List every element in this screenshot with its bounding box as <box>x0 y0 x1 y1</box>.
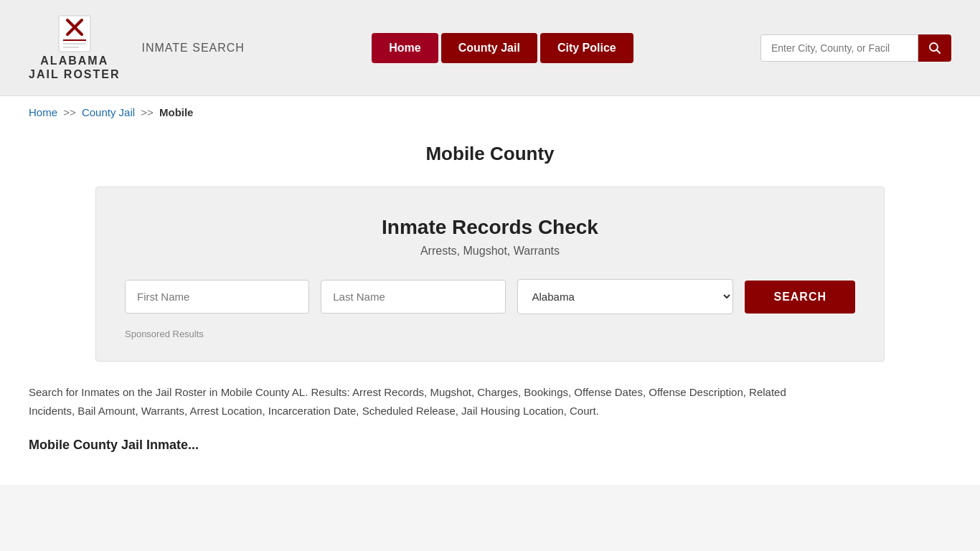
breadcrumb-current: Mobile <box>159 106 194 118</box>
inmate-records-subtitle: Arrests, Mugshot, Warrants <box>125 245 855 258</box>
main-content: Mobile County Inmate Records Check Arres… <box>0 128 980 485</box>
breadcrumb-home-link[interactable]: Home <box>29 106 57 118</box>
logo-text-alabama: ALABAMA <box>40 54 108 67</box>
search-fields: AlabamaAlaskaArizonaArkansasCaliforniaCo… <box>125 279 855 314</box>
breadcrumb-county-jail-link[interactable]: County Jail <box>82 106 135 118</box>
search-submit-button[interactable]: SEARCH <box>745 281 855 314</box>
header-search-input[interactable] <box>760 34 918 62</box>
nav-buttons: Home County Jail City Police <box>372 33 633 63</box>
county-jail-nav-button[interactable]: County Jail <box>441 33 537 63</box>
last-name-input[interactable] <box>321 280 505 314</box>
logo-icon <box>53 14 96 54</box>
header-left: ALABAMA JAIL ROSTER INMATE SEARCH <box>29 14 245 81</box>
sponsored-results-label: Sponsored Results <box>125 329 855 339</box>
page-title: Mobile County <box>29 143 951 165</box>
search-icon <box>928 42 941 55</box>
breadcrumb: Home >> County Jail >> Mobile <box>0 96 980 128</box>
city-police-nav-button[interactable]: City Police <box>540 33 633 63</box>
inmate-records-box: Inmate Records Check Arrests, Mugshot, W… <box>95 187 885 362</box>
state-select[interactable]: AlabamaAlaskaArizonaArkansasCaliforniaCo… <box>517 279 734 314</box>
header-search-bar <box>760 34 951 62</box>
inmate-search-label: INMATE SEARCH <box>142 42 245 55</box>
inmate-records-title: Inmate Records Check <box>125 216 855 239</box>
breadcrumb-separator-1: >> <box>63 106 76 118</box>
description-text: Search for Inmates on the Jail Roster in… <box>29 383 818 420</box>
svg-line-7 <box>936 50 940 53</box>
description-subheading: Mobile County Jail Inmate... <box>29 434 818 456</box>
header: ALABAMA JAIL ROSTER INMATE SEARCH Home C… <box>0 0 980 96</box>
breadcrumb-separator-2: >> <box>141 106 154 118</box>
logo-area: ALABAMA JAIL ROSTER <box>29 14 121 81</box>
header-search-button[interactable] <box>918 34 951 62</box>
home-nav-button[interactable]: Home <box>372 33 438 63</box>
logo-text-jail-roster: JAIL ROSTER <box>29 67 121 81</box>
description: Search for Inmates on the Jail Roster in… <box>29 383 818 456</box>
svg-rect-0 <box>59 16 90 52</box>
first-name-input[interactable] <box>125 280 309 314</box>
